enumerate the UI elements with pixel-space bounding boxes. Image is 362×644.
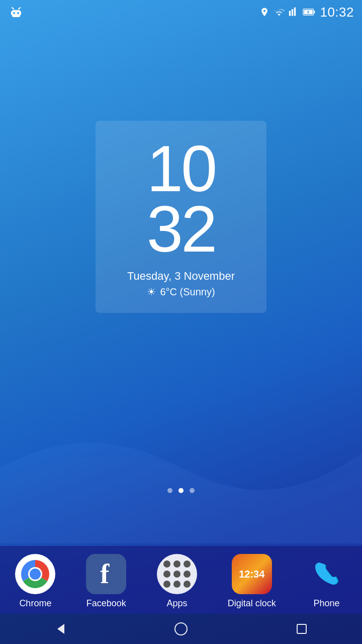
chrome-app[interactable]: Chrome [15,554,55,609]
page-dot-3[interactable] [190,488,195,493]
status-bar: 10:32 [0,0,362,24]
clock-minutes: 32 [106,196,256,262]
apps-dots-grid [163,560,191,588]
recents-button[interactable] [287,614,317,644]
digital-clock-app[interactable]: 12:34 Digital clock [228,554,276,609]
digital-clock-label: Digital clock [228,598,276,609]
apps-dot [163,571,170,578]
apps-dot [184,571,191,578]
dock: Chrome f Facebook Apps 12:34 [0,546,362,614]
phone-icon [307,554,347,594]
svg-rect-8 [314,11,315,13]
svg-rect-5 [11,11,13,15]
chrome-icon [15,554,55,594]
svg-point-2 [17,12,19,14]
apps-dot [173,571,180,578]
wifi-icon [274,7,285,18]
clock-date: Tuesday, 3 November [106,270,256,283]
svg-point-12 [30,569,41,580]
phone-app[interactable]: Phone [307,554,347,609]
back-button[interactable] [45,614,75,644]
svg-line-4 [19,8,20,9]
phone-svg-icon [309,556,344,592]
signal-icon [289,7,299,17]
clock-widget: 10 32 Tuesday, 3 November ☀ 6°C (Sunny) [96,121,266,313]
page-dot-1[interactable] [167,488,172,493]
apps-launcher[interactable]: Apps [157,554,197,609]
svg-rect-15 [297,624,306,633]
clock-hours: 10 [106,136,256,201]
apps-dot [173,581,180,588]
location-icon [259,7,269,17]
battery-icon [303,7,316,17]
digital-clock-time: 12:34 [239,569,264,580]
status-time: 10:32 [320,5,354,20]
facebook-icon: f [86,554,126,594]
svg-marker-13 [57,624,64,634]
page-indicators [167,488,195,493]
apps-dot [184,560,191,568]
svg-line-3 [12,8,14,9]
clock-weather: ☀ 6°C (Sunny) [106,286,256,298]
facebook-f-letter: f [100,558,109,590]
status-bar-left [8,4,24,20]
chrome-label: Chrome [19,598,51,609]
digital-clock-icon: 12:34 [232,554,272,594]
apps-dot [163,560,170,568]
nav-bar [0,614,362,644]
sun-icon: ☀ [147,286,156,298]
facebook-label: Facebook [86,598,126,609]
svg-point-14 [175,623,187,635]
svg-rect-6 [20,11,21,15]
clock-weather-text: 6°C (Sunny) [160,286,215,298]
facebook-app[interactable]: f Facebook [86,554,126,609]
phone-label: Phone [314,598,340,609]
home-button[interactable] [166,614,196,644]
apps-dot [163,581,170,588]
apps-dot [184,581,191,588]
status-bar-right: 10:32 [259,5,354,20]
apps-label: Apps [166,598,187,609]
apps-icon [157,554,197,594]
android-icon [8,4,24,20]
apps-dot [173,560,180,568]
svg-point-1 [13,12,15,14]
page-dot-2[interactable] [178,488,184,493]
